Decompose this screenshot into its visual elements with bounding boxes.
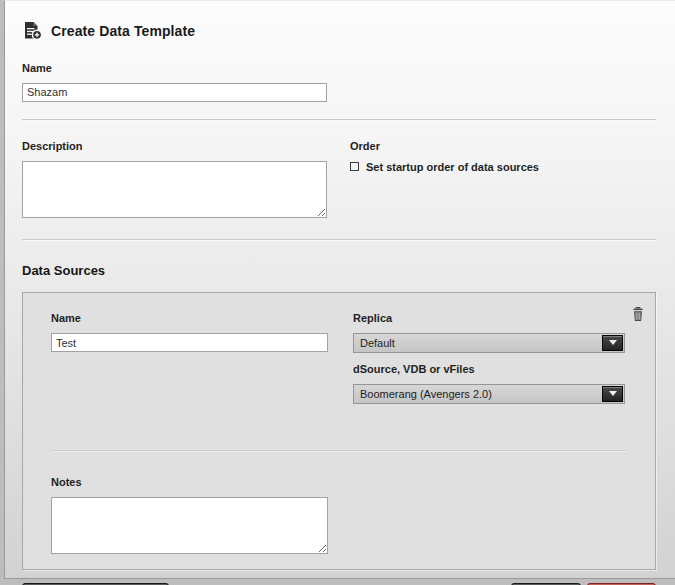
card-divider (51, 450, 627, 452)
dsource-select-value: Boomerang (Avengers 2.0) (355, 388, 602, 400)
notes-textarea[interactable] (51, 497, 328, 554)
section-divider (22, 239, 656, 241)
data-source-card: Name Replica Default dSource, VDB or vFi… (22, 292, 656, 570)
name-label: Name (22, 62, 656, 74)
dsource-select[interactable]: Boomerang (Avengers 2.0) (353, 384, 625, 404)
ds-name-field-group: Name (51, 312, 328, 404)
replica-select-value: Default (355, 337, 602, 349)
ds-name-input[interactable] (51, 333, 328, 352)
delete-data-source-button[interactable] (631, 306, 645, 322)
notes-label: Notes (51, 476, 627, 488)
chevron-down-icon[interactable] (602, 335, 623, 351)
data-source-fields-row: Name Replica Default dSource, VDB or vFi… (51, 312, 627, 404)
order-checkbox-row: Set startup order of data sources (350, 161, 656, 173)
dsource-label: dSource, VDB or vFiles (353, 363, 625, 375)
description-label: Description (22, 140, 327, 152)
trash-icon (631, 306, 645, 322)
replica-select[interactable]: Default (353, 333, 625, 353)
ds-selects-column: Replica Default dSource, VDB or vFiles B… (353, 312, 625, 404)
dialog-header: Create Data Template (22, 20, 656, 41)
data-sources-heading: Data Sources (22, 263, 656, 278)
notes-field-group: Notes (51, 476, 627, 558)
order-checkbox[interactable] (350, 162, 359, 171)
description-order-row: Description Order Set startup order of d… (22, 140, 656, 222)
name-input[interactable] (22, 83, 327, 102)
ds-name-label: Name (51, 312, 328, 324)
page-title: Create Data Template (51, 23, 195, 39)
section-divider (22, 119, 656, 121)
order-checkbox-label: Set startup order of data sources (366, 161, 539, 173)
description-field-group: Description (22, 140, 327, 222)
document-add-icon (22, 20, 43, 41)
order-field-group: Order Set startup order of data sources (350, 140, 656, 222)
description-textarea[interactable] (22, 161, 327, 218)
create-data-template-dialog: Create Data Template Name Description Or… (4, 0, 675, 579)
replica-field-group: Replica Default (353, 312, 625, 353)
order-label: Order (350, 140, 656, 152)
name-field-group: Name (22, 62, 656, 102)
dsource-field-group: dSource, VDB or vFiles Boomerang (Avenge… (353, 363, 625, 404)
chevron-down-icon[interactable] (602, 386, 623, 402)
replica-label: Replica (353, 312, 625, 324)
